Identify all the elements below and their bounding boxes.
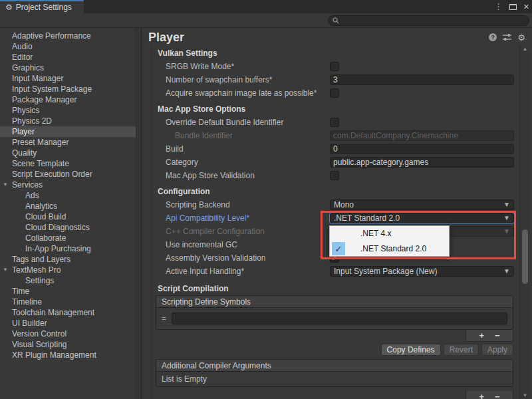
panel-gear-icon[interactable]: ⚙ — [517, 33, 525, 42]
sidebar-item-analytics[interactable]: Analytics — [0, 201, 136, 211]
swapchain-buffers-field[interactable] — [330, 74, 514, 85]
dropdown-value: .NET Standard 2.0 — [334, 213, 400, 223]
setting-row-srgb-write-mode: SRGB Write Mode* — [152, 60, 517, 73]
sidebar-item-ui-builder[interactable]: UI Builder — [0, 318, 136, 329]
setting-row-api-compatibility: Api Compatibility Level* .NET Standard 2… — [152, 211, 517, 225]
active-input-handling-dropdown[interactable]: Input System Package (New) ▼ — [330, 266, 514, 277]
sidebar-item-label: Analytics — [25, 201, 57, 211]
sidebar-item-script-execution-order[interactable]: Script Execution Order — [0, 169, 136, 180]
search-input[interactable] — [342, 17, 525, 25]
sidebar-item-settings[interactable]: Settings — [0, 275, 136, 286]
setting-label: Build — [166, 144, 330, 154]
menu-kebab-icon[interactable]: ⋮ — [495, 2, 503, 11]
sidebar-item-tags-and-layers[interactable]: Tags and Layers — [0, 254, 136, 265]
popup-item-label: .NET Standard 2.0 — [360, 244, 426, 253]
section-heading-configuration: Configuration — [152, 185, 517, 198]
sidebar-item-graphics[interactable]: Graphics — [0, 63, 136, 73]
sidebar-item-timeline[interactable]: Timeline — [0, 297, 136, 307]
sidebar-item-scene-template[interactable]: Scene Template — [0, 158, 136, 169]
sidebar-item-preset-manager[interactable]: Preset Manager — [0, 137, 136, 148]
setting-label: Override Default Bundle Identifier — [166, 118, 330, 127]
setting-row-mac-validation: Mac App Store Validation — [152, 169, 517, 182]
sidebar-item-toolchain-management[interactable]: Toolchain Management — [0, 307, 136, 318]
sidebar-scroll-track[interactable] — [136, 28, 141, 399]
sidebar-item-quality[interactable]: Quality — [0, 148, 136, 158]
setting-row-bundle-identifier: Bundle Identifier — [152, 129, 517, 142]
api-compatibility-dropdown[interactable]: .NET Standard 2.0 ▼ — [330, 213, 514, 223]
sidebar-item-input-system-package[interactable]: Input System Package — [0, 84, 136, 94]
sidebar-item-label: Toolchain Management — [12, 308, 94, 317]
sidebar-item-adaptive-performance[interactable]: Adaptive Performance — [0, 31, 136, 41]
api-compatibility-popup-menu: .NET 4.x ✓ .NET Standard 2.0 — [329, 225, 450, 257]
sidebar-item-label: Cloud Diagnostics — [25, 223, 90, 232]
define-symbol-field[interactable] — [172, 313, 507, 325]
define-symbols-row: = — [156, 308, 513, 329]
sidebar-item-visual-scripting[interactable]: Visual Scripting — [0, 339, 136, 350]
search-box[interactable] — [328, 15, 529, 26]
sidebar-item-physics-2d[interactable]: Physics 2D — [0, 116, 136, 126]
setting-label: Use incremental GC — [166, 240, 330, 249]
check-icon: ✓ — [332, 242, 345, 255]
setting-label: Assembly Version Validation — [166, 253, 330, 263]
sidebar-item-ads[interactable]: Ads — [0, 190, 136, 201]
toolbar — [0, 13, 532, 28]
tab-project-settings[interactable]: ⚙ Project Settings — [0, 0, 84, 13]
sidebar-item-in-app-purchasing[interactable]: In-App Purchasing — [0, 243, 136, 254]
sidebar-item-audio[interactable]: Audio — [0, 41, 136, 52]
tab-title: Project Settings — [16, 3, 72, 12]
scrollbar-thumb[interactable] — [522, 229, 528, 284]
sidebar-item-time[interactable]: Time — [0, 286, 136, 297]
add-button[interactable]: + — [479, 392, 484, 399]
define-symbols-list-controls: + − — [152, 330, 513, 342]
list-add-remove-panel: + − — [466, 330, 513, 342]
player-settings-panel: Player ? ⚙ Vulkan Settings SRGB Write Mo… — [142, 28, 532, 399]
mac-validation-checkbox[interactable] — [330, 171, 339, 180]
scroll-down-arrow-icon[interactable]: ▼ — [520, 392, 530, 398]
add-button[interactable]: + — [479, 331, 484, 340]
presets-icon[interactable] — [503, 33, 511, 41]
scroll-up-arrow-icon[interactable]: ▲ — [520, 46, 530, 52]
tab-bar: ⚙ Project Settings ⋮ ✕ — [0, 0, 532, 13]
sidebar-item-package-manager[interactable]: Package Manager — [0, 94, 136, 105]
override-bundle-id-checkbox[interactable] — [330, 118, 339, 127]
vertical-scrollbar[interactable]: ▲ ▼ — [519, 45, 529, 399]
copy-defines-button[interactable]: Copy Defines — [381, 344, 441, 356]
maximize-icon[interactable] — [509, 4, 517, 10]
sidebar-item-physics[interactable]: Physics — [0, 105, 136, 116]
srgb-write-mode-checkbox[interactable] — [330, 62, 339, 71]
help-icon[interactable]: ? — [489, 33, 497, 41]
foldout-triangle-icon[interactable]: ▼ — [3, 180, 8, 190]
sidebar-item-label: Scene Template — [12, 159, 69, 168]
sidebar-item-collaborate[interactable]: Collaborate — [0, 233, 136, 243]
sidebar-item-version-control[interactable]: Version Control — [0, 329, 136, 339]
sidebar-item-label: Input Manager — [12, 74, 63, 83]
popup-item-net-standard-20[interactable]: ✓ .NET Standard 2.0 — [330, 241, 449, 257]
sidebar-item-textmesh-pro[interactable]: ▼TextMesh Pro — [0, 265, 136, 275]
setting-label: SRGB Write Mode* — [166, 62, 330, 71]
sidebar-item-cloud-build[interactable]: Cloud Build — [0, 211, 136, 222]
popup-item-net-4x[interactable]: .NET 4.x — [330, 226, 449, 241]
sidebar-item-label: Audio — [12, 42, 33, 51]
category-field[interactable] — [330, 157, 514, 168]
additional-compiler-arguments-box: Additional Compiler Arguments List is Em… — [156, 359, 513, 387]
drag-handle-icon[interactable]: = — [162, 315, 166, 323]
build-field[interactable] — [330, 144, 514, 154]
acquire-swapchain-checkbox[interactable] — [330, 88, 339, 98]
sidebar-item-label: Services — [12, 180, 43, 190]
sidebar-item-input-manager[interactable]: Input Manager — [0, 73, 136, 84]
foldout-triangle-icon[interactable]: ▼ — [3, 265, 8, 275]
sidebar-item-editor[interactable]: Editor — [0, 52, 136, 63]
caret-down-icon: ▼ — [503, 215, 510, 221]
sidebar-item-services[interactable]: ▼Services — [0, 180, 136, 190]
bundle-identifier-field — [330, 130, 514, 141]
sidebar-item-player[interactable]: Player — [0, 126, 136, 137]
page-title: Player — [148, 31, 184, 45]
remove-button[interactable]: − — [495, 392, 500, 399]
remove-button[interactable]: − — [495, 331, 500, 340]
close-icon[interactable]: ✕ — [523, 3, 529, 11]
setting-row-acquire-swapchain: Acquire swapchain image late as possible… — [152, 86, 517, 100]
sidebar-item-label: TextMesh Pro — [12, 265, 61, 275]
sidebar-item-cloud-diagnostics[interactable]: Cloud Diagnostics — [0, 222, 136, 233]
scripting-backend-dropdown[interactable]: Mono ▼ — [330, 200, 514, 210]
sidebar-item-xr-plugin-management[interactable]: XR Plugin Management — [0, 350, 136, 360]
